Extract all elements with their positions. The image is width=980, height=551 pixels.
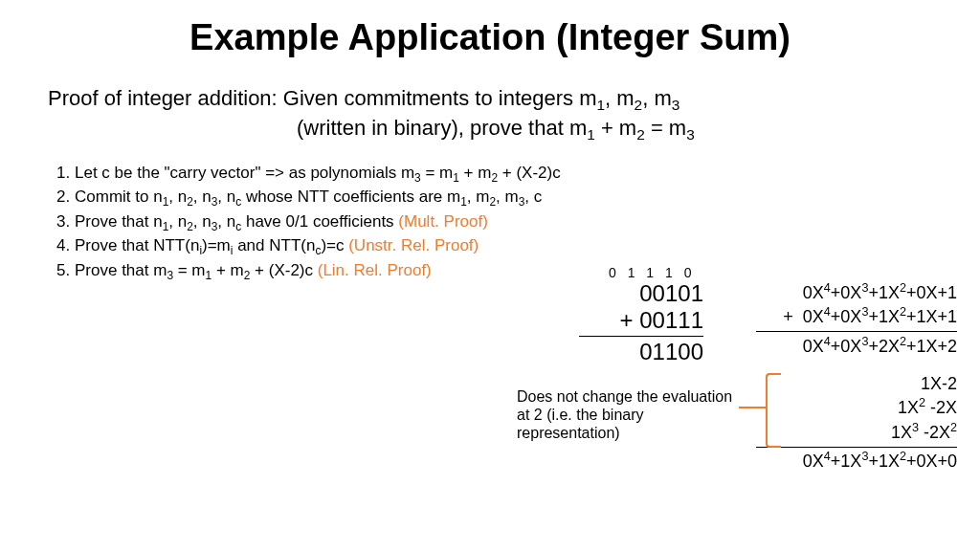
poly-a: 0X4+0X3+1X2+0X+1 xyxy=(756,280,957,304)
step-2: Commit to n1, n2, n3, nc whose NTT coeff… xyxy=(75,187,980,209)
poly-b: + 0X4+0X3+1X2+1X+1 xyxy=(756,304,957,328)
bin-a: 00101 xyxy=(579,280,703,307)
bracket-icon xyxy=(766,373,781,448)
bin-b: + 00111 xyxy=(579,307,703,334)
intro-text: Proof of integer addition: Given commitm… xyxy=(48,85,942,145)
unstr-rel-proof-label: (Unstr. Rel. Proof) xyxy=(348,236,479,254)
intro-line1: Proof of integer addition: Given commitm… xyxy=(48,85,942,115)
poly-c2: 1X2 -2X xyxy=(804,395,957,419)
poly-c1: 1X-2 xyxy=(804,373,957,395)
slide-title: Example Application (Integer Sum) xyxy=(0,17,980,58)
binary-addition: 00101 + 00111 01100 xyxy=(579,280,703,365)
carry-vector: 0 1 1 1 0 xyxy=(609,265,696,280)
bin-sum: 01100 xyxy=(579,336,703,365)
bracket-arm-icon xyxy=(739,407,766,408)
poly-sum: 0X4+0X3+2X2+1X+2 xyxy=(756,331,957,358)
poly-result: 0X4+1X3+1X2+0X+0 xyxy=(756,447,957,472)
intro-line2: (written in binary), prove that m1 + m2 … xyxy=(48,115,942,144)
poly-c3: 1X3 -2X2 xyxy=(804,420,957,444)
step-1: Let c be the "carry vector" => as polyno… xyxy=(75,163,980,186)
step-3: Prove that n1, n2, n3, nc have 0/1 coeff… xyxy=(75,211,980,234)
lin-rel-proof-label: (Lin. Rel. Proof) xyxy=(318,261,432,279)
proof-steps: Let c be the "carry vector" => as polyno… xyxy=(48,163,980,283)
step-4: Prove that NTT(ni)=mi and NTT(nc)=c (Uns… xyxy=(75,235,980,258)
polynomial-addition: 0X4+0X3+1X2+0X+1 + 0X4+0X3+1X2+1X+1 0X4+… xyxy=(756,280,957,358)
evaluation-note: Does not change the evaluation at 2 (i.e… xyxy=(517,387,737,443)
poly-carry-subtractions: 1X-2 1X2 -2X 1X3 -2X2 xyxy=(804,373,957,444)
mult-proof-label: (Mult. Proof) xyxy=(398,212,488,231)
